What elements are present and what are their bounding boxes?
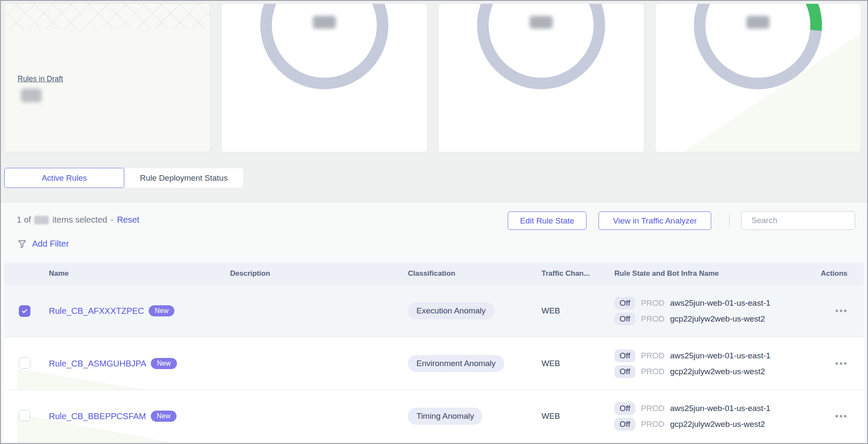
env-label: PROD <box>641 367 664 376</box>
funnel-icon <box>17 239 27 249</box>
rule-state-line: Off PROD aws25jun-web-01-us-east-1 <box>614 297 803 310</box>
row-actions-button[interactable] <box>835 360 847 367</box>
rule-state-line: Off PROD aws25jun-web-01-us-east-1 <box>614 402 803 415</box>
selection-separator: - <box>111 215 114 225</box>
search-box <box>741 211 855 230</box>
env-label: PROD <box>641 404 664 413</box>
new-badge: New <box>151 358 177 369</box>
infra-name: gcp22julyw2web-us-west2 <box>670 420 765 429</box>
env-label: PROD <box>641 420 664 429</box>
traffic-channel: WEB <box>542 411 614 421</box>
rule-state-cell: Off PROD aws25jun-web-01-us-east-1 Off P… <box>614 297 803 325</box>
col-header-rule-state: Rule State and Bot Infra Name <box>614 269 803 278</box>
new-badge: New <box>151 411 177 422</box>
state-pill: Off <box>614 297 635 310</box>
table-row: Rule_CB_BBEPPCSFAM New Timing Anomaly WE… <box>4 390 864 443</box>
donut-green-segment <box>787 3 816 30</box>
row-checkbox[interactable] <box>19 305 30 317</box>
redacted-donut-value <box>746 16 769 29</box>
donut-card-1 <box>221 3 427 152</box>
donut-card-2 <box>438 3 644 152</box>
classification-pill: Environment Anomaly <box>408 355 504 372</box>
active-rules-table: Name Description Classification Traffic … <box>4 263 864 443</box>
reset-selection-link[interactable]: Reset <box>117 215 139 225</box>
rule-name-link[interactable]: Rule_CB_ASMGUHBJPA <box>49 359 146 369</box>
tab-active-rules[interactable]: Active Rules <box>4 168 124 188</box>
env-label: PROD <box>641 298 664 308</box>
tab-rule-deployment-status[interactable]: Rule Deployment Status <box>124 168 243 188</box>
new-badge: New <box>149 305 174 316</box>
traffic-channel: WEB <box>542 306 614 316</box>
state-pill: Off <box>614 349 635 362</box>
traffic-channel: WEB <box>542 359 614 368</box>
redacted-total-count <box>34 216 49 224</box>
col-header-actions: Actions <box>803 269 864 278</box>
infra-name: gcp22julyw2web-us-west2 <box>670 367 765 376</box>
selection-summary: 1 of items selected - Reset <box>17 215 139 225</box>
row-checkbox[interactable] <box>19 410 30 421</box>
selection-count-prefix: 1 of <box>17 215 31 225</box>
edit-rule-state-button[interactable]: Edit Rule State <box>508 212 587 230</box>
card-pattern <box>5 4 210 30</box>
col-header-traffic-channel: Traffic Chan... <box>542 269 614 278</box>
table-row: Rule_CB_AFXXXTZPEC New Execution Anomaly… <box>4 284 864 337</box>
row-actions-button[interactable] <box>835 412 847 420</box>
summary-cards: Rules in Draft <box>4 3 861 152</box>
infra-name: aws25jun-web-01-us-east-1 <box>670 298 770 308</box>
infra-name: aws25jun-web-01-us-east-1 <box>670 404 770 413</box>
rule-state-line: Off PROD aws25jun-web-01-us-east-1 <box>614 349 803 362</box>
add-filter-button[interactable]: Add Filter <box>17 239 69 249</box>
infra-name: aws25jun-web-01-us-east-1 <box>670 351 770 361</box>
add-filter-label: Add Filter <box>32 239 69 249</box>
state-pill: Off <box>614 418 635 431</box>
rules-tab-bar: Active Rules Rule Deployment Status <box>4 168 243 188</box>
selection-count-suffix: items selected <box>52 215 107 225</box>
rules-in-draft-link[interactable]: Rules in Draft <box>18 74 63 83</box>
rule-state-cell: Off PROD aws25jun-web-01-us-east-1 Off P… <box>614 349 803 378</box>
checkbox-cell <box>4 357 49 370</box>
redacted-donut-value <box>313 16 336 29</box>
search-input[interactable] <box>751 215 857 226</box>
env-label: PROD <box>641 351 664 361</box>
checkbox-cell <box>4 305 49 317</box>
classification-pill: Execution Anomaly <box>408 302 494 319</box>
infra-name: gcp22julyw2web-us-west2 <box>670 314 765 324</box>
rule-state-line: Off PROD gcp22julyw2web-us-west2 <box>614 313 803 325</box>
classification-pill: Timing Anomaly <box>408 408 482 425</box>
row-checkbox[interactable] <box>19 357 30 369</box>
redacted-donut-value <box>530 16 553 29</box>
check-icon <box>21 307 28 315</box>
rule-state-line: Off PROD gcp22julyw2web-us-west2 <box>614 418 803 431</box>
state-pill: Off <box>614 402 635 415</box>
table-row: Rule_CB_ASMGUHBJPA New Environment Anoma… <box>4 337 864 390</box>
state-pill: Off <box>614 365 635 378</box>
rule-name-link[interactable]: Rule_CB_AFXXXTZPEC <box>49 306 144 316</box>
view-in-traffic-analyzer-button[interactable]: View in Traffic Analyzer <box>599 212 711 230</box>
dashboard-screen: Rules in Draft Active Rules Rul <box>0 0 868 444</box>
col-header-name: Name <box>49 269 230 278</box>
checkbox-cell <box>4 410 49 423</box>
rule-name-link[interactable]: Rule_CB_BBEPPCSFAM <box>49 411 146 421</box>
col-header-description: Description <box>230 269 408 278</box>
table-header: Name Description Classification Traffic … <box>4 263 864 284</box>
rule-state-cell: Off PROD aws25jun-web-01-us-east-1 Off P… <box>614 402 803 431</box>
rule-state-line: Off PROD gcp22julyw2web-us-west2 <box>614 365 803 378</box>
toolbar-divider <box>729 214 730 227</box>
col-header-classification: Classification <box>408 269 542 278</box>
env-label: PROD <box>641 314 664 324</box>
state-pill: Off <box>614 313 635 325</box>
donut-card-3 <box>655 3 861 152</box>
rules-in-draft-card: Rules in Draft <box>4 3 210 152</box>
row-actions-button[interactable] <box>835 307 847 315</box>
redacted-draft-count <box>21 89 42 102</box>
